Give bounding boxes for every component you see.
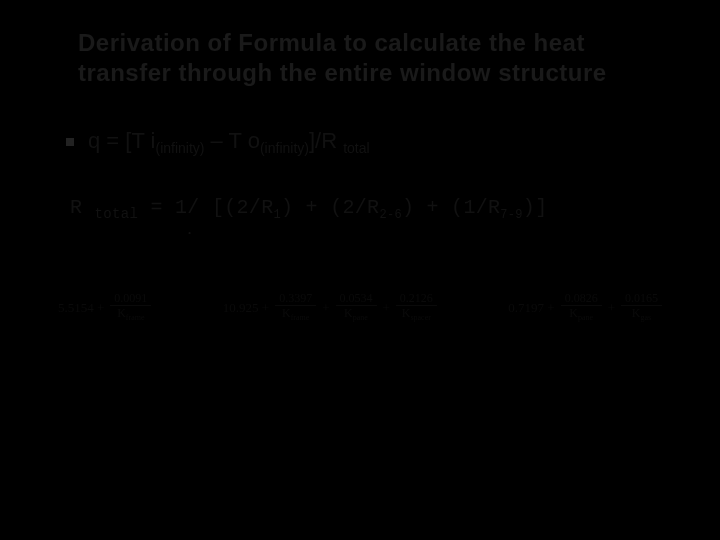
term-2: 10.925 + 0.3397 Kframe + 0.0534 Kpane + … [223,292,437,322]
eq-part: ]/R [309,128,343,153]
eq-part: )] [523,196,548,219]
fraction: 0.0534 Kpane [336,292,377,322]
equation-q: q = [T i(infinity) – T o(infinity)]/R to… [66,128,672,156]
eq-sub: total [343,140,369,156]
eq-sub: 1 [273,208,281,222]
k-sub: gas [641,314,652,323]
eq-sub: total [95,206,139,222]
denominator: Kframe [282,306,309,322]
eq-sub: (infinity) [155,140,204,156]
coef: 0.7197 + [508,300,554,316]
equation-q-text: q = [T i(infinity) – T o(infinity)]/R to… [88,128,370,156]
numerator: 0.0826 [561,292,602,306]
denominator: Kframe [117,306,144,322]
plus: + [383,300,390,316]
k-sub: spacer [410,314,430,323]
equation-expanded: 5.5154 + 0.0091 Kframe 10.925 + 0.3397 K… [58,292,662,322]
numerator: 0.0534 [336,292,377,306]
k-sub: frame [126,314,145,323]
eq-sub: 2-6 [379,208,402,222]
fraction: 0.0091 Kframe [110,292,151,322]
coef: 5.5154 + [58,300,104,316]
slide: Derivation of Formula to calculate the h… [0,0,720,540]
eq-part: = 1/ [(2/R [138,196,273,219]
eq-part: R [70,196,95,219]
eq-part: q = [T i [88,128,155,153]
numerator: 0.3397 [275,292,316,306]
numerator: 0.0091 [110,292,151,306]
eq-sub: (infinity) [260,140,309,156]
plus: + [608,300,615,316]
eq-part: ) + (2/R [281,196,379,219]
eq-sub: 7-9 [500,208,523,222]
fraction: 0.3397 Kframe [275,292,316,322]
term-3: 0.7197 + 0.0826 Kpane + 0.0165 Kgas [508,292,662,322]
plus: + [322,300,329,316]
equation-rtotal: R total = 1/ [(2/R1) + (2/R2-6) + (1/R7-… [70,196,672,222]
denominator: Kpane [344,306,368,322]
term-1: 5.5154 + 0.0091 Kframe [58,292,151,322]
numerator: 0.0165 [621,292,662,306]
k-sub: frame [291,314,310,323]
fraction: 0.2126 Kspacer [396,292,437,322]
coef: 10.925 + [223,300,269,316]
k-sub: pane [578,314,593,323]
bullet-icon [66,138,74,146]
eq-part: – T o [204,128,259,153]
numerator: 0.2126 [396,292,437,306]
denominator: Kpane [569,306,593,322]
eq-part: ) + (1/R [402,196,500,219]
sub-bullet-icon: • [188,228,672,238]
k-sub: pane [353,314,368,323]
fraction: 0.0165 Kgas [621,292,662,322]
denominator: Kgas [632,306,651,322]
denominator: Kspacer [402,306,431,322]
fraction: 0.0826 Kpane [561,292,602,322]
slide-title: Derivation of Formula to calculate the h… [78,28,642,88]
